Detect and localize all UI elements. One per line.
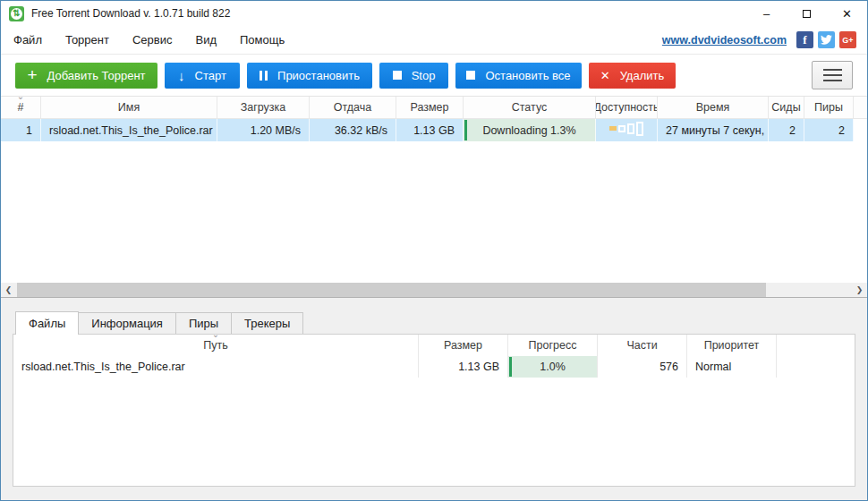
menu-file[interactable]: Файл [12, 31, 44, 48]
cell-name: rsload.net.This_Is_the_Police.rar [41, 119, 217, 141]
tab-trackers[interactable]: Трекеры [231, 312, 303, 334]
stop-button[interactable]: Stop [379, 63, 448, 89]
start-button[interactable]: ↓ Старт [165, 63, 240, 89]
column-header-peers[interactable]: Пиры [804, 97, 854, 118]
files-table-header: ⌄ Путь Размер Прогресс Части Приоритет [13, 335, 855, 356]
scroll-right-icon[interactable]: ❯ [852, 283, 867, 297]
googleplus-icon[interactable]: G+ [839, 31, 856, 48]
stop-all-button[interactable]: Остановить все [455, 63, 582, 89]
cell-filler [777, 356, 855, 378]
details-panel: Файлы Информация Пиры Трекеры ⌄ Путь Раз… [1, 298, 867, 500]
cell-file-size: 1.13 GB [419, 356, 508, 378]
toolbar: + Добавить Торрент ↓ Старт Приостановить… [1, 55, 867, 97]
close-icon: ✕ [842, 7, 852, 21]
delete-button[interactable]: ✕ Удалить [589, 63, 676, 89]
tab-files[interactable]: Файлы [15, 311, 79, 335]
column-header-path[interactable]: ⌄ Путь [13, 335, 419, 356]
cell-peers: 2 [804, 119, 854, 141]
column-header-priority[interactable]: Приоритет [687, 335, 777, 356]
cell-status: Downloading 1.3% [464, 119, 596, 141]
column-header-seeds[interactable]: Сиды [769, 97, 804, 118]
availability-bar [627, 123, 634, 134]
files-tab-content: ⌄ Путь Размер Прогресс Части Приоритет r… [13, 334, 855, 487]
column-header-number[interactable]: ⌄ # [1, 97, 41, 118]
column-header-upload[interactable]: Отдача [310, 97, 396, 118]
cell-download-speed: 1.20 MB/s [217, 119, 310, 141]
cell-file-priority: Normal [687, 356, 777, 378]
column-header-download[interactable]: Загрузка [217, 97, 310, 118]
horizontal-scrollbar[interactable]: ❮ ❯ [1, 283, 867, 298]
cell-file-parts: 576 [598, 356, 687, 378]
cell-time: 27 минуты 7 секун, [658, 119, 769, 141]
maximize-icon [803, 10, 811, 18]
column-header-file-size[interactable]: Размер [419, 335, 508, 356]
cell-file-progress: 1.0% [508, 356, 598, 378]
menu-hamburger-button[interactable] [812, 61, 853, 89]
column-header-availability[interactable]: Доступность [596, 97, 658, 118]
torrent-list-empty-area [1, 141, 867, 283]
scroll-left-icon[interactable]: ❮ [1, 283, 16, 297]
add-torrent-button[interactable]: + Добавить Торрент [15, 63, 157, 89]
cell-number: 1 [1, 119, 41, 141]
details-tabs: Файлы Информация Пиры Трекеры [15, 310, 867, 334]
maximize-button[interactable] [787, 1, 827, 26]
menu-view[interactable]: Вид [193, 31, 218, 48]
progress-bar [509, 357, 512, 377]
tab-information[interactable]: Информация [78, 312, 176, 334]
window-controls: – ✕ [746, 1, 867, 26]
cell-availability [596, 119, 658, 141]
table-row[interactable]: 1 rsload.net.This_Is_the_Police.rar 1.20… [1, 119, 867, 141]
arrow-down-icon: ↓ [178, 69, 185, 82]
pause-button[interactable]: Приостановить [247, 63, 372, 89]
column-header-status[interactable]: Статус [464, 97, 596, 118]
pause-icon [260, 71, 268, 81]
cell-seeds: 2 [769, 119, 804, 141]
facebook-icon[interactable]: f [796, 31, 813, 48]
minimize-icon: – [763, 7, 770, 21]
column-header-progress[interactable]: Прогресс [508, 335, 598, 356]
column-header-filler [777, 335, 855, 356]
torrents-table-header: ⌄ # Имя Загрузка Отдача Размер Статус До… [1, 97, 867, 119]
column-header-filler [854, 97, 867, 118]
progress-bar [464, 120, 467, 140]
availability-bar [636, 122, 643, 136]
menu-bar: Файл Торрент Сервис Вид Помощь www.dvdvi… [1, 26, 867, 55]
website-link[interactable]: www.dvdvideosoft.com [662, 34, 787, 47]
column-header-name[interactable]: Имя [41, 97, 217, 118]
cell-upload-speed: 36.32 kB/s [310, 119, 396, 141]
cell-filler [854, 119, 867, 141]
cell-size: 1.13 GB [396, 119, 464, 141]
updown-arrows-icon: ⇅ [13, 9, 20, 18]
title-bar: ⇅ Free Torrent Download v. 1.0.71 build … [1, 1, 867, 26]
file-row[interactable]: rsload.net.This_Is_the_Police.rar 1.13 G… [13, 356, 855, 378]
app-logo-icon: ⇅ [9, 6, 24, 21]
menu-help[interactable]: Помощь [238, 31, 286, 48]
column-header-size[interactable]: Размер [396, 97, 464, 118]
twitter-icon[interactable] [818, 31, 835, 48]
column-header-parts[interactable]: Части [598, 335, 687, 356]
menu-torrent[interactable]: Торрент [64, 31, 111, 48]
close-button[interactable]: ✕ [827, 1, 867, 26]
window-title: Free Torrent Download v. 1.0.71 build 82… [31, 7, 230, 20]
sort-desc-icon: ⌄ [17, 97, 24, 101]
plus-icon: + [27, 66, 37, 83]
minimize-button[interactable]: – [746, 1, 787, 26]
menu-service[interactable]: Сервис [131, 31, 174, 48]
tab-peers[interactable]: Пиры [175, 312, 232, 334]
column-header-time[interactable]: Время [658, 97, 769, 118]
availability-bar [618, 125, 625, 132]
scrollbar-thumb[interactable] [17, 283, 766, 297]
stop-icon [466, 71, 475, 80]
stop-icon [393, 71, 402, 80]
app-window: ⇅ Free Torrent Download v. 1.0.71 build … [0, 0, 868, 501]
availability-bar-filled [609, 126, 617, 131]
cross-icon: ✕ [600, 70, 610, 81]
cell-file-path: rsload.net.This_Is_the_Police.rar [13, 356, 419, 378]
